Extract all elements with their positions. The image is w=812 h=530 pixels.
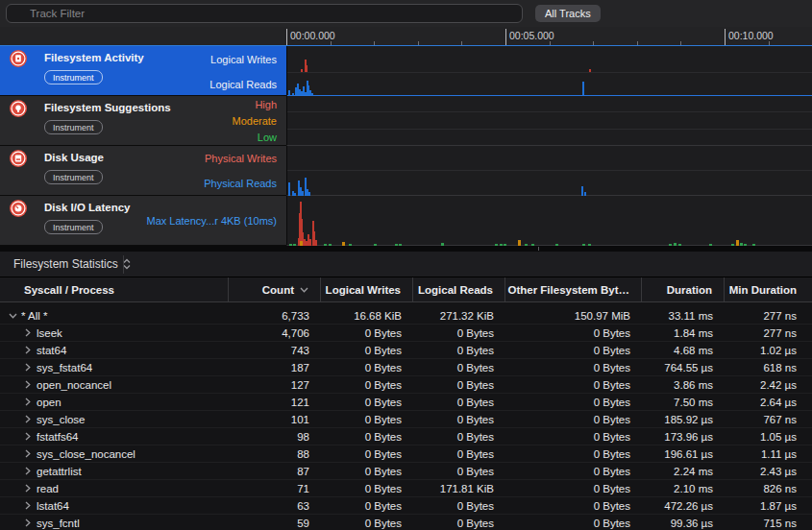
value-cell: 0 Bytes — [413, 327, 505, 339]
table-row-getattrlist[interactable]: getattrlist870 Bytes0 Bytes0 Bytes2.24 m… — [0, 463, 812, 480]
table-row-lstat64[interactable]: lstat64630 Bytes0 Bytes0 Bytes472.26 µs1… — [0, 497, 812, 515]
ruler-major-tick — [286, 29, 287, 46]
chart-row-filesystem-activity-1[interactable] — [287, 73, 812, 96]
chevron-right-icon[interactable] — [23, 346, 33, 354]
table-row-sys-close[interactable]: sys_close1010 Bytes0 Bytes0 Bytes185.92 … — [0, 411, 812, 428]
value-cell: 0 Bytes — [413, 500, 505, 512]
syscall-name: sys_close_nocancel — [37, 448, 135, 460]
value-cell: 127 — [229, 379, 321, 391]
syscall-name: fstatfs64 — [37, 431, 78, 443]
ruler-time-label: 00:00.000 — [290, 30, 335, 41]
column-header-syscall-process[interactable]: Syscall / Process — [0, 277, 229, 301]
chevron-right-icon[interactable] — [23, 380, 33, 389]
track-title: Disk Usage — [44, 152, 104, 163]
value-cell: 0 Bytes — [505, 397, 642, 408]
column-header-label: Other Filesystem Byt… — [507, 284, 629, 296]
value-cell: 0 Bytes — [505, 362, 642, 373]
track-header-filesystem-suggestions[interactable]: Filesystem SuggestionsInstrumentHighMode… — [0, 96, 286, 146]
syscall-name: open_nocancel — [37, 379, 111, 391]
chevron-right-icon[interactable] — [23, 501, 33, 510]
table-row-all[interactable]: * All *6,73316.68 KiB271.32 KiB150.97 Mi… — [0, 307, 812, 325]
value-cell: 1.84 ms — [642, 327, 725, 339]
ruler-time-label: 00:10.000 — [728, 30, 774, 41]
chart-row-filesystem-suggestions-1[interactable] — [287, 112, 812, 129]
chevron-right-icon[interactable] — [23, 449, 33, 458]
syscall-name: getattrlist — [37, 466, 82, 477]
table-row-sys-fstat64[interactable]: sys_fstat641870 Bytes0 Bytes0 Bytes764.5… — [0, 359, 812, 376]
value-cell: 743 — [229, 345, 321, 356]
sort-chevron-icon — [300, 287, 308, 293]
value-cell: 4.68 ms — [642, 345, 725, 356]
value-cell: 0 Bytes — [321, 448, 413, 460]
chevron-right-icon[interactable] — [23, 432, 33, 441]
column-header-duration[interactable]: Duration — [642, 277, 725, 301]
chevron-right-icon[interactable] — [23, 467, 33, 475]
value-cell: 173.96 µs — [642, 431, 725, 443]
value-cell: 826 ns — [725, 483, 812, 494]
value-cell: 0 Bytes — [413, 448, 505, 460]
value-cell: 0 Bytes — [321, 397, 413, 408]
value-cell: 88 — [229, 448, 321, 460]
chevron-right-icon[interactable] — [23, 328, 33, 337]
value-cell: 0 Bytes — [505, 414, 642, 425]
table-row-fstatfs64[interactable]: fstatfs64980 Bytes0 Bytes0 Bytes173.96 µ… — [0, 428, 812, 446]
track-header-disk-i-o-latency[interactable]: Disk I/O LatencyInstrumentMax Latency...… — [0, 196, 286, 246]
table-row-read[interactable]: read710 Bytes171.81 KiB0 Bytes2.10 ms826… — [0, 480, 812, 497]
syscall-cell: lstat64 — [0, 500, 229, 512]
track-chart-filesystem-activity[interactable] — [286, 46, 812, 96]
timeline-ruler[interactable]: 00:00.00000:05.00000:10.000 — [0, 27, 812, 46]
table-row-sys-fcntl[interactable]: sys_fcntl590 Bytes0 Bytes0 Bytes99.36 µs… — [0, 515, 812, 530]
track-chart-filesystem-suggestions[interactable] — [286, 96, 812, 146]
value-cell: 0 Bytes — [505, 483, 642, 494]
pane-resize-handle[interactable] — [538, 247, 539, 251]
track-chart-disk-usage[interactable] — [286, 146, 812, 196]
column-header-logical-writes[interactable]: Logical Writes — [321, 277, 413, 301]
chevron-right-icon[interactable] — [23, 518, 33, 527]
table-row-sys-close-nocancel[interactable]: sys_close_nocancel880 Bytes0 Bytes0 Byte… — [0, 446, 812, 463]
track-filter-input[interactable] — [6, 4, 523, 23]
stats-table-body: * All *6,73316.68 KiB271.32 KiB150.97 Mi… — [0, 302, 812, 530]
chart-row-filesystem-suggestions-2[interactable] — [287, 130, 812, 146]
table-row-open-nocancel[interactable]: open_nocancel1270 Bytes0 Bytes0 Bytes3.8… — [0, 376, 812, 394]
chevron-down-icon[interactable] — [8, 313, 17, 319]
value-cell: 0 Bytes — [413, 345, 505, 356]
statistics-selector[interactable]: Filesystem Statistics — [8, 252, 136, 277]
table-row-lseek[interactable]: lseek4,7060 Bytes0 Bytes0 Bytes1.84 ms27… — [0, 325, 812, 342]
value-cell: 0 Bytes — [505, 448, 642, 460]
chevron-right-icon[interactable] — [23, 363, 33, 372]
chevron-right-icon[interactable] — [23, 484, 33, 493]
chart-spike — [589, 69, 591, 72]
track-chart-disk-i-o-latency[interactable] — [286, 196, 812, 246]
syscall-name: lstat64 — [37, 500, 69, 512]
table-row-open[interactable]: open1210 Bytes0 Bytes0 Bytes7.50 ms2.64 … — [0, 394, 812, 411]
track-header-disk-usage[interactable]: Disk UsageInstrumentPhysical WritesPhysi… — [0, 146, 286, 196]
syscall-cell: sys_close_nocancel — [0, 448, 229, 460]
value-cell: 0 Bytes — [321, 345, 413, 356]
chart-row-filesystem-activity-0[interactable] — [287, 46, 812, 73]
all-tracks-button[interactable]: All Tracks — [535, 5, 601, 22]
value-cell: 0 Bytes — [413, 518, 505, 529]
value-cell: 0 Bytes — [321, 518, 413, 529]
chart-row-disk-usage-0[interactable] — [287, 146, 812, 171]
track-header-filesystem-activity[interactable]: Filesystem ActivityInstrumentLogical Wri… — [0, 46, 286, 96]
filter-bar: All Tracks — [0, 0, 812, 28]
chart-row-filesystem-suggestions-0[interactable] — [287, 96, 812, 112]
column-header-logical-reads[interactable]: Logical Reads — [413, 277, 505, 301]
value-cell: 618 ns — [725, 362, 812, 373]
ruler-major-tick — [725, 29, 726, 46]
value-cell: 87 — [229, 466, 321, 477]
value-cell: 99.36 µs — [642, 518, 725, 529]
chart-row-disk-usage-1[interactable] — [287, 171, 812, 196]
value-cell: 71 — [229, 483, 321, 494]
value-cell: 4,706 — [229, 327, 321, 339]
table-row-stat64[interactable]: stat647430 Bytes0 Bytes0 Bytes4.68 ms1.0… — [0, 342, 812, 359]
chevron-right-icon[interactable] — [23, 398, 33, 406]
column-header-min-duration[interactable]: Min Duration — [725, 277, 812, 301]
chevron-right-icon[interactable] — [23, 415, 33, 423]
column-header-count[interactable]: Count — [229, 277, 321, 301]
chart-row-disk-i-o-latency-0[interactable] — [287, 196, 812, 246]
syscall-name: sys_fcntl — [37, 518, 80, 529]
track-title: Filesystem Suggestions — [44, 102, 171, 113]
column-header-other-filesystem-byt[interactable]: Other Filesystem Byt… — [505, 277, 642, 301]
value-cell: 0 Bytes — [413, 414, 505, 425]
